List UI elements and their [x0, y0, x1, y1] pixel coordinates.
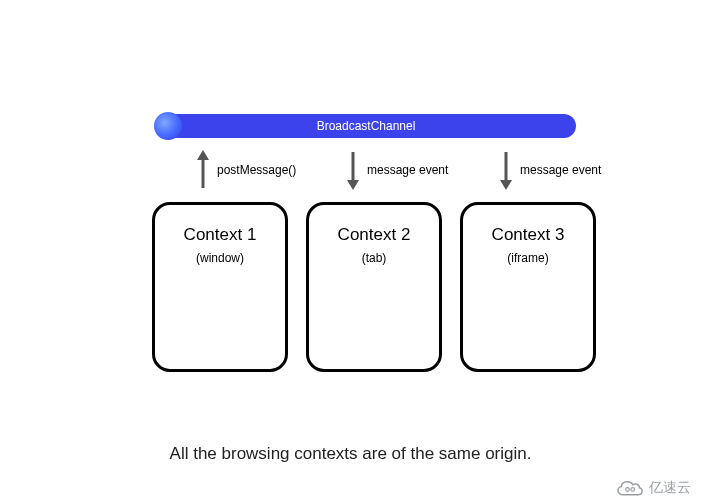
watermark: 亿速云: [614, 478, 691, 498]
arrow-down-icon: [345, 150, 361, 190]
context-subtitle: (window): [196, 251, 244, 265]
context-box-3: Context 3 (iframe): [460, 202, 596, 372]
arrow-postmessage: postMessage(): [195, 150, 345, 190]
svg-marker-1: [197, 150, 209, 160]
svg-marker-5: [500, 180, 512, 190]
contexts-row: Context 1 (window) Context 2 (tab) Conte…: [152, 202, 596, 372]
context-title: Context 1: [184, 225, 257, 245]
context-box-2: Context 2 (tab): [306, 202, 442, 372]
context-title: Context 3: [492, 225, 565, 245]
svg-point-7: [631, 488, 635, 492]
broadcast-channel-diagram: BroadcastChannel postMessage() message e…: [0, 0, 701, 502]
arrow-message-event-1: message event: [345, 150, 495, 190]
context-title: Context 2: [338, 225, 411, 245]
channel-bar: BroadcastChannel: [156, 114, 576, 138]
arrow-down-label-1: message event: [367, 163, 448, 177]
channel-label: BroadcastChannel: [317, 119, 416, 133]
arrow-down-icon: [498, 150, 514, 190]
channel-endcap-circle: [154, 112, 182, 140]
arrow-up-label: postMessage(): [217, 163, 296, 177]
diagram-caption: All the browsing contexts are of the sam…: [0, 444, 701, 464]
svg-marker-3: [347, 180, 359, 190]
context-box-1: Context 1 (window): [152, 202, 288, 372]
arrow-down-label-2: message event: [520, 163, 601, 177]
context-subtitle: (iframe): [507, 251, 548, 265]
arrow-message-event-2: message event: [498, 150, 648, 190]
watermark-text: 亿速云: [649, 479, 691, 497]
context-subtitle: (tab): [362, 251, 387, 265]
arrow-up-icon: [195, 150, 211, 190]
cloud-icon: [614, 478, 644, 498]
svg-point-6: [626, 488, 630, 492]
